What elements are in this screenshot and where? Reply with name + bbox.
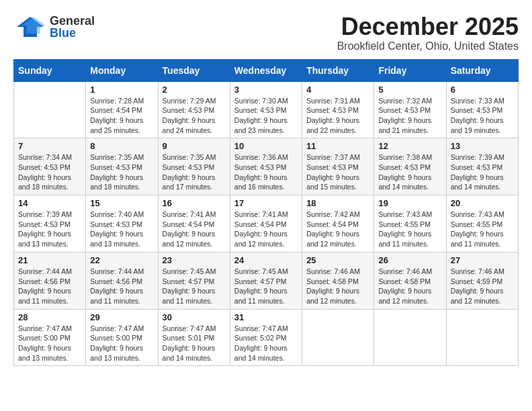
day-info: Sunrise: 7:47 AM Sunset: 5:01 PM Dayligh… bbox=[163, 324, 226, 363]
logo-general: General bbox=[50, 15, 95, 27]
day-number: 10 bbox=[234, 141, 298, 151]
day-info: Sunrise: 7:46 AM Sunset: 4:58 PM Dayligh… bbox=[306, 267, 369, 306]
day-info: Sunrise: 7:43 AM Sunset: 4:55 PM Dayligh… bbox=[451, 210, 514, 249]
day-info: Sunrise: 7:47 AM Sunset: 5:00 PM Dayligh… bbox=[18, 324, 81, 363]
day-info: Sunrise: 7:47 AM Sunset: 5:00 PM Dayligh… bbox=[90, 324, 153, 363]
day-number: 28 bbox=[18, 312, 81, 322]
calendar-cell: 3Sunrise: 7:30 AM Sunset: 4:53 PM Daylig… bbox=[230, 81, 302, 138]
weekday-header-sunday: Sunday bbox=[14, 59, 86, 81]
day-number: 25 bbox=[306, 255, 369, 265]
calendar-cell: 13Sunrise: 7:39 AM Sunset: 4:53 PM Dayli… bbox=[446, 138, 518, 195]
calendar-cell: 25Sunrise: 7:46 AM Sunset: 4:58 PM Dayli… bbox=[302, 252, 374, 309]
month-title: December 2025 bbox=[337, 13, 519, 40]
calendar-cell: 27Sunrise: 7:46 AM Sunset: 4:59 PM Dayli… bbox=[446, 252, 518, 309]
day-number: 6 bbox=[451, 85, 514, 95]
calendar-cell: 4Sunrise: 7:31 AM Sunset: 4:53 PM Daylig… bbox=[302, 81, 374, 138]
day-info: Sunrise: 7:29 AM Sunset: 4:53 PM Dayligh… bbox=[163, 96, 226, 136]
page-header: General Blue December 2025 Brookfield Ce… bbox=[13, 13, 519, 52]
calendar-week-row: 21Sunrise: 7:44 AM Sunset: 4:56 PM Dayli… bbox=[14, 252, 519, 309]
calendar-cell: 19Sunrise: 7:43 AM Sunset: 4:55 PM Dayli… bbox=[374, 195, 446, 253]
weekday-header-monday: Monday bbox=[86, 59, 158, 81]
calendar-cell: 9Sunrise: 7:35 AM Sunset: 4:53 PM Daylig… bbox=[158, 138, 230, 195]
calendar-cell: 6Sunrise: 7:33 AM Sunset: 4:53 PM Daylig… bbox=[446, 81, 518, 138]
day-number: 22 bbox=[90, 255, 153, 265]
calendar-cell: 7Sunrise: 7:34 AM Sunset: 4:53 PM Daylig… bbox=[14, 138, 86, 195]
day-number: 8 bbox=[90, 141, 153, 151]
day-number: 2 bbox=[163, 85, 226, 95]
calendar-cell: 20Sunrise: 7:43 AM Sunset: 4:55 PM Dayli… bbox=[446, 195, 518, 253]
calendar-cell: 23Sunrise: 7:45 AM Sunset: 4:57 PM Dayli… bbox=[158, 252, 230, 309]
day-number: 23 bbox=[163, 255, 226, 265]
day-info: Sunrise: 7:31 AM Sunset: 4:53 PM Dayligh… bbox=[306, 96, 369, 136]
calendar-cell: 24Sunrise: 7:45 AM Sunset: 4:57 PM Dayli… bbox=[230, 252, 302, 309]
day-info: Sunrise: 7:41 AM Sunset: 4:54 PM Dayligh… bbox=[163, 210, 226, 249]
day-number: 11 bbox=[306, 141, 369, 151]
calendar-cell: 30Sunrise: 7:47 AM Sunset: 5:01 PM Dayli… bbox=[158, 309, 230, 366]
day-number: 31 bbox=[234, 312, 298, 322]
calendar-cell: 22Sunrise: 7:44 AM Sunset: 4:56 PM Dayli… bbox=[86, 252, 158, 309]
day-number: 26 bbox=[378, 255, 441, 265]
logo-text: General Blue bbox=[50, 15, 95, 39]
day-info: Sunrise: 7:41 AM Sunset: 4:54 PM Dayligh… bbox=[234, 210, 298, 249]
calendar-table: SundayMondayTuesdayWednesdayThursdayFrid… bbox=[13, 59, 519, 367]
day-info: Sunrise: 7:37 AM Sunset: 4:53 PM Dayligh… bbox=[306, 152, 369, 192]
calendar-cell: 8Sunrise: 7:35 AM Sunset: 4:53 PM Daylig… bbox=[86, 138, 158, 195]
calendar-week-row: 28Sunrise: 7:47 AM Sunset: 5:00 PM Dayli… bbox=[14, 309, 519, 366]
day-info: Sunrise: 7:44 AM Sunset: 4:56 PM Dayligh… bbox=[90, 267, 153, 306]
day-number: 29 bbox=[90, 312, 153, 322]
calendar-cell: 1Sunrise: 7:28 AM Sunset: 4:54 PM Daylig… bbox=[86, 81, 158, 138]
weekday-header-wednesday: Wednesday bbox=[230, 59, 302, 81]
day-number: 4 bbox=[306, 85, 369, 95]
day-number: 24 bbox=[234, 255, 298, 265]
day-info: Sunrise: 7:36 AM Sunset: 4:53 PM Dayligh… bbox=[234, 152, 298, 192]
day-info: Sunrise: 7:46 AM Sunset: 4:58 PM Dayligh… bbox=[378, 267, 441, 306]
day-info: Sunrise: 7:35 AM Sunset: 4:53 PM Dayligh… bbox=[163, 152, 226, 192]
calendar-cell bbox=[302, 309, 374, 366]
day-info: Sunrise: 7:42 AM Sunset: 4:54 PM Dayligh… bbox=[306, 210, 369, 249]
day-number: 17 bbox=[234, 198, 298, 208]
calendar-week-row: 14Sunrise: 7:39 AM Sunset: 4:53 PM Dayli… bbox=[14, 195, 519, 253]
day-number: 27 bbox=[451, 255, 514, 265]
calendar-cell: 15Sunrise: 7:40 AM Sunset: 4:53 PM Dayli… bbox=[86, 195, 158, 253]
day-info: Sunrise: 7:39 AM Sunset: 4:53 PM Dayligh… bbox=[451, 152, 514, 192]
calendar-cell: 16Sunrise: 7:41 AM Sunset: 4:54 PM Dayli… bbox=[158, 195, 230, 253]
calendar-cell: 10Sunrise: 7:36 AM Sunset: 4:53 PM Dayli… bbox=[230, 138, 302, 195]
logo: General Blue bbox=[13, 13, 95, 40]
calendar-header-row: SundayMondayTuesdayWednesdayThursdayFrid… bbox=[14, 59, 519, 81]
calendar-cell bbox=[14, 81, 86, 138]
weekday-header-friday: Friday bbox=[374, 59, 446, 81]
day-number: 21 bbox=[18, 255, 81, 265]
calendar-cell: 17Sunrise: 7:41 AM Sunset: 4:54 PM Dayli… bbox=[230, 195, 302, 253]
calendar-cell bbox=[374, 309, 446, 366]
day-info: Sunrise: 7:45 AM Sunset: 4:57 PM Dayligh… bbox=[234, 267, 298, 306]
day-info: Sunrise: 7:40 AM Sunset: 4:53 PM Dayligh… bbox=[90, 210, 153, 249]
calendar-cell: 2Sunrise: 7:29 AM Sunset: 4:53 PM Daylig… bbox=[158, 81, 230, 138]
calendar-cell: 29Sunrise: 7:47 AM Sunset: 5:00 PM Dayli… bbox=[86, 309, 158, 366]
weekday-header-thursday: Thursday bbox=[302, 59, 374, 81]
weekday-header-saturday: Saturday bbox=[446, 59, 518, 81]
day-number: 3 bbox=[234, 85, 298, 95]
day-info: Sunrise: 7:33 AM Sunset: 4:53 PM Dayligh… bbox=[451, 96, 514, 136]
day-number: 16 bbox=[163, 198, 226, 208]
day-info: Sunrise: 7:35 AM Sunset: 4:53 PM Dayligh… bbox=[90, 152, 153, 192]
day-info: Sunrise: 7:30 AM Sunset: 4:53 PM Dayligh… bbox=[234, 96, 298, 136]
day-number: 30 bbox=[163, 312, 226, 322]
day-number: 5 bbox=[378, 85, 441, 95]
calendar-cell: 28Sunrise: 7:47 AM Sunset: 5:00 PM Dayli… bbox=[14, 309, 86, 366]
logo-icon bbox=[13, 13, 47, 40]
calendar-cell: 5Sunrise: 7:32 AM Sunset: 4:53 PM Daylig… bbox=[374, 81, 446, 138]
logo-blue: Blue bbox=[50, 27, 95, 39]
day-number: 18 bbox=[306, 198, 369, 208]
title-section: December 2025 Brookfield Center, Ohio, U… bbox=[337, 13, 519, 52]
day-number: 15 bbox=[90, 198, 153, 208]
day-number: 9 bbox=[163, 141, 226, 151]
calendar-week-row: 1Sunrise: 7:28 AM Sunset: 4:54 PM Daylig… bbox=[14, 81, 519, 138]
calendar-cell: 26Sunrise: 7:46 AM Sunset: 4:58 PM Dayli… bbox=[374, 252, 446, 309]
location-subtitle: Brookfield Center, Ohio, United States bbox=[337, 40, 519, 52]
calendar-week-row: 7Sunrise: 7:34 AM Sunset: 4:53 PM Daylig… bbox=[14, 138, 519, 195]
calendar-cell: 12Sunrise: 7:38 AM Sunset: 4:53 PM Dayli… bbox=[374, 138, 446, 195]
calendar-cell: 18Sunrise: 7:42 AM Sunset: 4:54 PM Dayli… bbox=[302, 195, 374, 253]
day-info: Sunrise: 7:38 AM Sunset: 4:53 PM Dayligh… bbox=[378, 152, 441, 192]
day-info: Sunrise: 7:43 AM Sunset: 4:55 PM Dayligh… bbox=[378, 210, 441, 249]
calendar-cell: 21Sunrise: 7:44 AM Sunset: 4:56 PM Dayli… bbox=[14, 252, 86, 309]
